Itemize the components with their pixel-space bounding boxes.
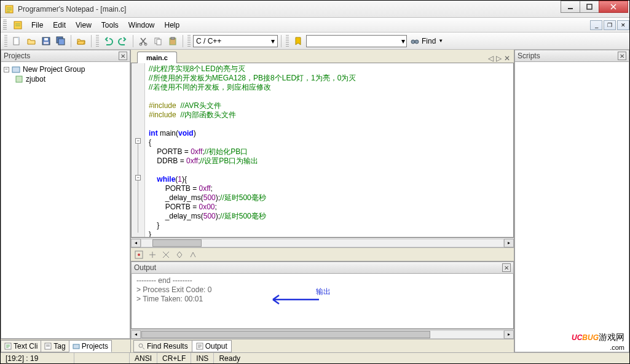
close-button[interactable] (599, 1, 628, 13)
redo-button[interactable] (116, 34, 130, 48)
scroll-left-button[interactable]: ◂ (131, 330, 141, 339)
projects-close-button[interactable]: ✕ (119, 52, 127, 60)
scroll-right-button[interactable]: ▸ (504, 330, 514, 339)
scroll-thumb[interactable] (152, 239, 202, 247)
fold-toggle[interactable]: − (135, 175, 141, 180)
search-icon (138, 343, 145, 350)
cut-button[interactable] (136, 34, 150, 48)
project-tree[interactable]: − New Project Group zjubot (1, 62, 130, 87)
tree-collapse-icon[interactable]: − (4, 67, 9, 72)
scroll-thumb[interactable] (141, 331, 430, 338)
tab-projects[interactable]: Projects (69, 340, 112, 352)
open-folder-button[interactable] (74, 34, 88, 48)
tags-icon (44, 343, 52, 350)
search-combo[interactable]: ▾ (306, 35, 407, 47)
output-line: > Time Taken: 00:01 (136, 295, 508, 304)
language-combo[interactable]: C / C++▾ (193, 35, 278, 47)
code-editor[interactable]: − − //此程序实现8个LED的亮与灭//所使用的开发板为MEGA128，PB… (131, 63, 514, 238)
tool-icon[interactable] (175, 250, 184, 259)
fold-margin[interactable]: − − (132, 63, 145, 237)
new-file-button[interactable] (10, 34, 23, 48)
status-encoding: ANSI (130, 353, 157, 363)
left-panel-tabs: Text Cli Tag Projects (1, 339, 130, 352)
svg-rect-19 (12, 67, 20, 72)
tree-root[interactable]: − New Project Group (4, 64, 127, 74)
status-eol: CR+LF (157, 353, 191, 363)
execute-icon[interactable] (135, 250, 143, 259)
editor-tab-bar: main.c ◁ ▷ ✕ (131, 50, 514, 63)
editor-hscrollbar[interactable]: ◂ ▸ (131, 238, 514, 247)
mdi-close-button[interactable]: ✕ (617, 20, 629, 30)
undo-button[interactable] (101, 34, 115, 48)
watermark: UCBUG游戏网 .com (572, 328, 624, 351)
output-text[interactable]: -------- end -------- > Process Exit Cod… (131, 274, 514, 329)
svg-rect-8 (44, 42, 49, 44)
tool-icon[interactable] (162, 250, 170, 259)
menu-window[interactable]: Window (124, 19, 160, 31)
mdi-restore-button[interactable]: ❐ (604, 20, 616, 30)
svg-point-26 (139, 344, 143, 347)
svg-point-25 (138, 254, 140, 256)
editor-tab-main.c[interactable]: main.c (137, 52, 177, 63)
tab-close-button[interactable]: ✕ (504, 54, 510, 63)
status-insert-mode: INS (191, 353, 214, 363)
svg-point-18 (415, 40, 419, 44)
output-line: > Process Exit Code: 0 (136, 285, 508, 295)
menu-tools[interactable]: Tools (96, 19, 124, 31)
tab-prev-button[interactable]: ◁ (488, 54, 494, 63)
bookmark-button[interactable] (291, 34, 305, 48)
tab-find-results[interactable]: Find Results (133, 340, 192, 352)
fold-toggle[interactable]: − (135, 138, 141, 144)
scroll-left-button[interactable]: ◂ (131, 239, 141, 247)
annotation-arrow (267, 292, 322, 311)
output-line: -------- end -------- (136, 276, 508, 285)
binoculars-icon (411, 37, 419, 45)
scroll-right-button[interactable]: ▸ (504, 239, 514, 247)
menu-file[interactable]: File (26, 19, 48, 31)
output-panel-header: Output ✕ (131, 261, 514, 274)
projects-panel-header: Projects ✕ (1, 50, 130, 62)
tab-next-button[interactable]: ▷ (496, 54, 502, 63)
tab-output[interactable]: Output (192, 340, 232, 352)
bottom-tabs: Find Results Output (131, 339, 514, 352)
scripts-close-button[interactable]: ✕ (618, 52, 626, 60)
svg-rect-2 (587, 4, 592, 9)
menu-edit[interactable]: Edit (48, 19, 71, 31)
find-button[interactable]: Find ▼ (408, 36, 446, 47)
open-file-button[interactable] (25, 34, 38, 48)
tab-tags[interactable]: Tag (41, 340, 69, 352)
toolbar-grip[interactable] (3, 20, 7, 31)
mdi-minimize-button[interactable]: ⎯ (590, 20, 602, 30)
textclips-icon (4, 343, 12, 350)
output-hscrollbar[interactable]: ◂ ▸ (131, 329, 514, 339)
toolbar-grip-1[interactable] (4, 35, 7, 47)
toolbar-grip-4[interactable] (286, 35, 289, 47)
status-ready: Ready (214, 353, 629, 363)
window-title: Programmer's Notepad - [main.c] (18, 5, 561, 14)
copy-button[interactable] (151, 34, 165, 48)
save-button[interactable] (39, 34, 53, 48)
svg-rect-1 (568, 8, 573, 9)
minimize-button[interactable] (561, 1, 580, 13)
svg-rect-14 (157, 39, 161, 45)
menu-view[interactable]: View (71, 19, 96, 31)
svg-rect-20 (16, 76, 22, 82)
toolbar-grip-3[interactable] (187, 35, 191, 47)
svg-rect-3 (14, 21, 22, 29)
save-all-button[interactable] (54, 34, 68, 48)
svg-rect-23 (73, 344, 79, 349)
tool-icon[interactable] (189, 250, 197, 259)
status-spacer (74, 353, 130, 363)
chevron-down-icon: ▼ (438, 38, 443, 44)
maximize-button[interactable] (580, 1, 599, 13)
tab-textclips[interactable]: Text Cli (1, 340, 41, 352)
svg-rect-16 (171, 37, 175, 39)
menu-help[interactable]: Help (160, 19, 185, 31)
tool-icon[interactable] (148, 250, 157, 259)
scripts-panel-body (514, 62, 629, 352)
tree-item[interactable]: zjubot (4, 74, 127, 84)
output-close-button[interactable]: ✕ (502, 263, 511, 272)
status-bar: [19:2] : 19 ANSI CR+LF INS Ready (1, 352, 629, 363)
toolbar-grip-2[interactable] (96, 35, 99, 47)
paste-button[interactable] (166, 34, 179, 48)
